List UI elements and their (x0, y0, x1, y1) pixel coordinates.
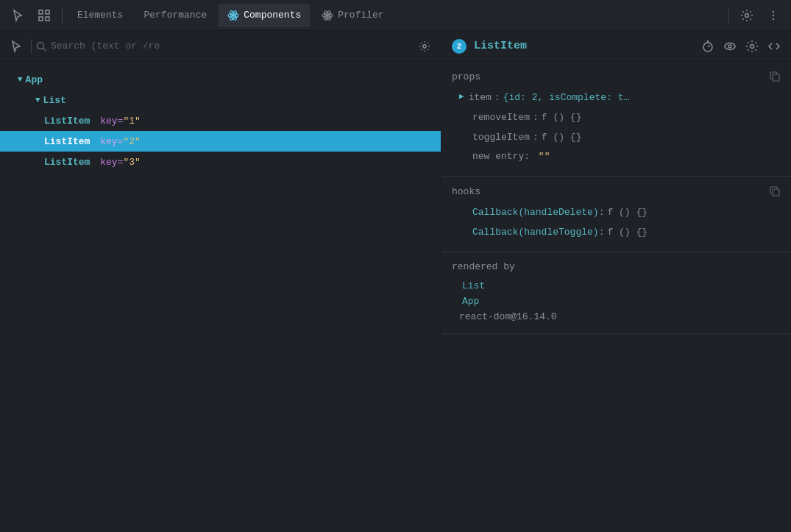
svg-rect-3 (46, 17, 49, 21)
hook-colon-handleToggle: : (599, 225, 605, 241)
rendered-by-list-link[interactable]: List (441, 278, 791, 294)
props-copy-button[interactable] (769, 71, 781, 82)
prop-colon-removeItem: : (533, 110, 539, 126)
listitem2-key-attr: key= (94, 136, 123, 147)
hook-key-handleToggle: Callback(handleToggle) (472, 225, 599, 241)
listitem2-name: ListItem (44, 136, 90, 147)
list-component-name: List (43, 95, 66, 106)
toolbar-divider-2 (728, 7, 729, 24)
search-bar (0, 31, 441, 62)
cursor-select-button[interactable] (6, 36, 26, 57)
rendered-by-footer: react-dom@16.14.0 (441, 309, 791, 324)
svg-rect-2 (39, 17, 43, 21)
tab-elements-label: Elements (77, 10, 123, 21)
svg-rect-0 (39, 10, 43, 14)
svg-point-4 (232, 14, 235, 17)
svg-point-8 (326, 14, 329, 17)
cursor-icon-button[interactable] (6, 4, 29, 27)
rendered-by-section: rendered by List App react-dom@16.14.0 (441, 252, 791, 334)
listitem3-name: ListItem (44, 157, 90, 168)
debug-icon-button[interactable] (745, 40, 759, 53)
rendered-by-title: rendered by (452, 261, 515, 272)
svg-line-17 (43, 48, 46, 51)
svg-line-22 (708, 45, 710, 47)
prop-key-item: item (469, 91, 492, 106)
tab-elements[interactable]: Elements (68, 4, 132, 27)
prop-row-removeItem: removeItem : f () {} (441, 108, 791, 128)
component-header-name: ListItem (474, 40, 694, 52)
toolbar-right (726, 4, 785, 27)
listitem1-name: ListItem (44, 116, 90, 127)
svg-rect-26 (773, 74, 779, 81)
prop-colon-toggleItem: : (533, 130, 539, 146)
search-divider (31, 39, 32, 54)
prop-key-newEntry: new entry (472, 149, 524, 165)
tree-item-listitem1[interactable]: ListItem key="1" (0, 110, 441, 131)
prop-key-toggleItem: toggleItem (472, 130, 530, 146)
hooks-section: hooks Callback(handleDelete) : f () {} C… (441, 177, 791, 252)
listitem3-key-attr: key= (94, 157, 123, 168)
prop-row-toggleItem: toggleItem : f () {} (441, 128, 791, 148)
tab-profiler-label: Profiler (338, 10, 383, 21)
rendered-by-header: rendered by (441, 261, 791, 278)
prop-val-removeItem: f () {} (542, 110, 582, 126)
tree-item-app[interactable]: ▼ App (0, 69, 441, 90)
prop-arrow-item[interactable]: ▶ (459, 91, 464, 104)
header-icons (701, 40, 781, 53)
svg-point-15 (773, 18, 774, 19)
components-react-icon (227, 10, 239, 21)
tab-components-label: Components (244, 10, 301, 21)
search-settings-button[interactable] (414, 36, 435, 57)
prop-val-newEntry: "" (539, 149, 550, 165)
tab-components[interactable]: Components (219, 4, 310, 27)
tree-item-list[interactable]: ▼ List (0, 90, 441, 110)
profiler-react-icon (322, 10, 333, 21)
svg-rect-1 (46, 10, 49, 14)
prop-key-removeItem: removeItem (472, 110, 530, 126)
app-component-name: App (26, 74, 43, 85)
frame-icon-button[interactable] (32, 4, 56, 27)
listitem1-key-val: "1" (123, 116, 140, 127)
prop-val-toggleItem: f () {} (542, 130, 582, 146)
hook-row-handleDelete: Callback(handleDelete) : f () {} (441, 203, 791, 223)
hooks-section-header: hooks (441, 185, 791, 203)
hook-val-handleToggle: f () {} (607, 225, 648, 241)
tree-arrow-app: ▼ (18, 75, 23, 84)
rendered-by-app-link[interactable]: App (441, 294, 791, 309)
listitem1-key-attr: key= (94, 116, 123, 127)
hook-key-handleDelete: Callback(handleDelete) (472, 205, 599, 221)
tab-performance-label: Performance (143, 10, 207, 21)
tree-item-listitem2[interactable]: ListItem key="2" (0, 131, 441, 152)
tab-performance[interactable]: Performance (135, 4, 216, 27)
right-panel: 2 ListItem (441, 31, 791, 532)
settings-icon-button[interactable] (735, 4, 759, 27)
top-toolbar: Elements Performance Components Profil (0, 0, 791, 31)
svg-point-25 (751, 44, 754, 48)
svg-point-23 (725, 43, 735, 49)
component-header: 2 ListItem (441, 31, 791, 62)
component-tree: ▼ App ▼ List ListItem key="1" ListItem k… (0, 62, 441, 532)
eye-icon-button[interactable] (723, 40, 737, 53)
search-input-wrap (36, 40, 410, 52)
hooks-copy-button[interactable] (769, 185, 781, 197)
listitem3-key-val: "3" (123, 157, 140, 168)
tree-item-listitem3[interactable]: ListItem key="3" (0, 152, 441, 172)
hooks-title: hooks (452, 186, 480, 197)
hook-colon-handleDelete: : (599, 205, 605, 221)
hook-val-handleDelete: f () {} (607, 205, 648, 221)
prop-row-newEntry: new entry : "" (441, 147, 791, 167)
more-options-button[interactable] (762, 4, 785, 27)
svg-point-12 (745, 13, 749, 17)
prop-row-item: ▶ item : {id: 2, isComplete: t… (441, 88, 791, 108)
props-section-header: props (441, 71, 791, 88)
stopwatch-icon-button[interactable] (701, 40, 714, 53)
search-input[interactable] (51, 40, 410, 52)
toolbar-divider-1 (62, 7, 63, 24)
svg-point-13 (773, 10, 774, 12)
prop-colon-item: : (494, 91, 500, 106)
svg-point-24 (728, 45, 731, 48)
tree-arrow-list: ▼ (35, 96, 40, 104)
tab-profiler[interactable]: Profiler (313, 4, 392, 27)
left-panel: ▼ App ▼ List ListItem key="1" ListItem k… (0, 31, 441, 532)
code-icon-button[interactable] (767, 40, 781, 53)
